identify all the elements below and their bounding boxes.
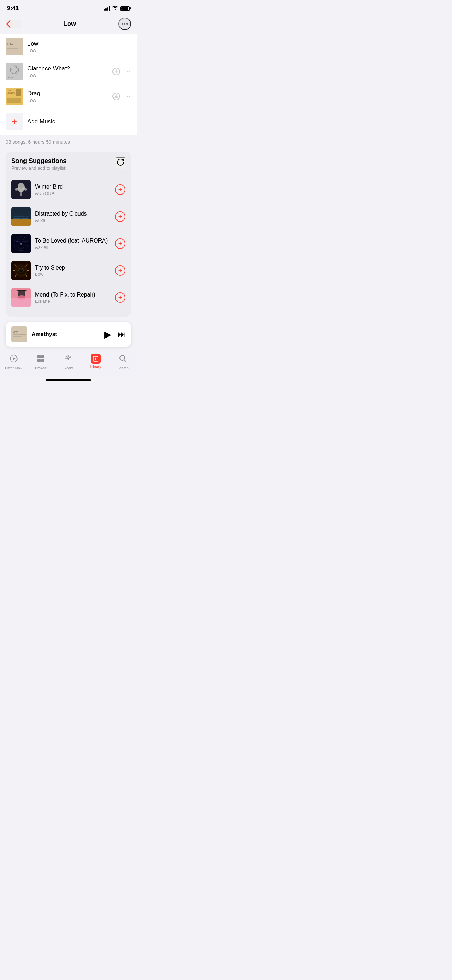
- download-icon-3[interactable]: [113, 92, 120, 100]
- suggestion-info-2: Distracted by Clouds Aukai: [35, 211, 111, 223]
- suggestion-song-5: Mend (To Fix, to Repair): [35, 292, 111, 298]
- svg-text:LOW: LOW: [6, 89, 11, 91]
- suggestion-item-3[interactable]: To Be Loved (feat. AURORA) Askjell +: [11, 230, 126, 257]
- suggestion-artist-1: AURORA: [35, 191, 111, 196]
- suggestion-item-1[interactable]: Winter Bird AURORA +: [11, 176, 126, 203]
- suggestion-info-5: Mend (To Fix, to Repair) Elsiane: [35, 292, 111, 304]
- svg-point-36: [19, 268, 23, 272]
- suggestion-item-5[interactable]: Mend (To Fix, to Repair) Elsiane +: [11, 284, 126, 311]
- status-icons: [104, 6, 130, 11]
- song-item-3[interactable]: LOW LOW LOW Drag Low ···: [0, 84, 137, 109]
- album-art-1: LOW: [6, 38, 23, 56]
- add-suggestion-4[interactable]: +: [115, 265, 126, 276]
- tab-listen-now[interactable]: Listen Now: [3, 354, 24, 370]
- album-art-3: LOW LOW LOW: [6, 88, 23, 105]
- signal-icon: [104, 6, 110, 11]
- tab-search[interactable]: Search: [113, 354, 134, 370]
- song-actions-2: ···: [113, 68, 131, 75]
- song-info-2: Clarence What? Low: [27, 65, 108, 78]
- svg-rect-43: [13, 334, 26, 335]
- add-music-icon: +: [6, 113, 23, 130]
- suggestion-artist-2: Aukai: [35, 218, 111, 223]
- suggestions-title: Song Suggestions: [11, 158, 67, 165]
- svg-line-54: [124, 360, 126, 362]
- suggestion-art-1: [11, 180, 31, 199]
- add-suggestion-3[interactable]: +: [115, 238, 126, 249]
- tab-label-browse: Browse: [35, 366, 46, 370]
- song-item-1[interactable]: LOW Low Low: [0, 34, 137, 59]
- suggestion-song-2: Distracted by Clouds: [35, 211, 111, 217]
- home-bar: [46, 379, 91, 381]
- suggestion-item-4[interactable]: Try to Sleep Low +: [11, 257, 126, 284]
- svg-text:LOW LOW: LOW LOW: [6, 92, 15, 94]
- more-options-2[interactable]: ···: [124, 68, 131, 75]
- svg-text:LOW: LOW: [8, 76, 13, 78]
- back-button[interactable]: [6, 20, 21, 29]
- suggestion-item-2[interactable]: Distracted by Clouds Aukai +: [11, 203, 126, 230]
- suggestion-info-4: Try to Sleep Low: [35, 265, 111, 277]
- svg-rect-2: [7, 47, 21, 47]
- svg-rect-3: [7, 48, 18, 49]
- tab-label-listen-now: Listen Now: [5, 366, 22, 370]
- svg-marker-46: [13, 357, 16, 360]
- song-count: 93 songs, 6 hours 59 minutes: [0, 135, 137, 149]
- tab-bar: Listen Now Browse Radio: [0, 351, 137, 377]
- library-icon: [91, 354, 100, 364]
- svg-rect-18: [11, 220, 31, 226]
- mini-player[interactable]: LOW Amethyst ▶ ⏭: [6, 322, 131, 347]
- tab-label-search: Search: [118, 366, 129, 370]
- suggestion-art-2: [11, 207, 31, 226]
- nav-header: Low: [0, 15, 137, 34]
- status-bar: 9:41: [0, 0, 137, 15]
- song-title-2: Clarence What?: [27, 65, 108, 72]
- more-dots-icon: [122, 23, 128, 24]
- home-indicator: [0, 377, 137, 382]
- tab-library[interactable]: Library: [85, 354, 106, 370]
- suggestion-art-5: [11, 288, 31, 307]
- suggestions-card: Song Suggestions Preview and add to play…: [6, 152, 131, 317]
- add-suggestion-1[interactable]: +: [115, 185, 126, 195]
- mini-player-title: Amethyst: [32, 331, 100, 337]
- suggestions-subtitle: Preview and add to playlist: [11, 165, 67, 171]
- svg-rect-44: [13, 336, 22, 337]
- download-icon-2[interactable]: [113, 68, 120, 75]
- svg-text:LOW: LOW: [7, 43, 13, 45]
- tab-radio[interactable]: Radio: [58, 354, 79, 370]
- song-info-1: Low Low: [27, 40, 127, 53]
- svg-text:LOW: LOW: [13, 331, 18, 333]
- suggestion-info-3: To Be Loved (feat. AURORA) Askjell: [35, 238, 111, 250]
- svg-point-51: [67, 358, 69, 360]
- svg-rect-47: [38, 355, 41, 358]
- more-options-3[interactable]: ···: [124, 93, 131, 100]
- song-artist-2: Low: [27, 73, 108, 78]
- play-button[interactable]: ▶: [104, 329, 111, 340]
- search-icon: [118, 354, 127, 365]
- status-time: 9:41: [7, 5, 19, 12]
- page-title: Low: [64, 20, 76, 28]
- suggestion-artist-3: Askjell: [35, 245, 111, 250]
- suggestion-song-1: Winter Bird: [35, 184, 111, 190]
- suggestion-artist-4: Low: [35, 272, 111, 277]
- suggestions-header: Song Suggestions Preview and add to play…: [11, 158, 126, 171]
- suggestion-artist-5: Elsiane: [35, 299, 111, 304]
- mini-player-art: LOW: [11, 326, 27, 342]
- suggestion-info-1: Winter Bird AURORA: [35, 184, 111, 196]
- song-list: LOW Low Low LOW Clarence What? Low: [0, 34, 137, 109]
- suggestion-song-3: To Be Loved (feat. AURORA): [35, 238, 111, 244]
- suggestion-song-4: Try to Sleep: [35, 265, 111, 271]
- add-suggestion-5[interactable]: +: [115, 292, 126, 303]
- svg-point-16: [20, 189, 22, 196]
- song-item-2[interactable]: LOW Clarence What? Low ···: [0, 59, 137, 84]
- radio-icon: [64, 354, 73, 365]
- browse-icon: [37, 354, 46, 365]
- more-button[interactable]: [118, 18, 131, 30]
- song-artist-1: Low: [27, 48, 127, 53]
- song-title-3: Drag: [27, 90, 108, 97]
- refresh-button[interactable]: [116, 158, 126, 169]
- song-actions-3: ···: [113, 92, 131, 100]
- svg-rect-11: [16, 89, 21, 96]
- add-suggestion-2[interactable]: +: [115, 212, 126, 222]
- add-music-item[interactable]: + Add Music: [0, 109, 137, 135]
- tab-browse[interactable]: Browse: [30, 354, 51, 370]
- skip-button[interactable]: ⏭: [118, 330, 126, 339]
